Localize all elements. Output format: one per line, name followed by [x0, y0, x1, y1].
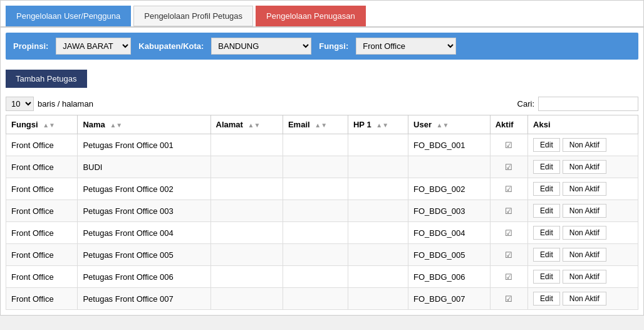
kabupaten-select[interactable]: BANDUNG	[211, 38, 311, 55]
nonaktif-button[interactable]: Non Aktif	[563, 204, 606, 218]
col-hp1[interactable]: HP 1 ▲▼	[348, 115, 408, 134]
cell-fungsi: Front Office	[6, 134, 78, 156]
per-page-select[interactable]: 10	[6, 97, 34, 111]
edit-button[interactable]: Edit	[533, 292, 560, 306]
cell-alamat	[210, 134, 283, 156]
add-petugas-button[interactable]: Tambah Petugas	[6, 70, 87, 88]
cell-user: FO_BDG_001	[408, 134, 491, 156]
edit-button[interactable]: Edit	[533, 138, 560, 152]
cell-email	[283, 156, 348, 178]
cell-fungsi: Front Office	[6, 266, 78, 288]
table-row: Front Office Petugas Front Office 002 FO…	[6, 178, 638, 200]
nonaktif-button[interactable]: Non Aktif	[563, 292, 606, 306]
edit-button[interactable]: Edit	[533, 182, 560, 196]
search-area: Cari:	[517, 97, 638, 111]
table-wrapper: Fungsi ▲▼ Nama ▲▼ Alamat ▲▼ Email ▲▼ HP …	[1, 115, 643, 315]
cell-aktif: ☑	[490, 134, 527, 156]
cell-fungsi: Front Office	[6, 222, 78, 244]
cell-nama: Petugas Front Office 007	[78, 288, 210, 310]
nonaktif-button[interactable]: Non Aktif	[563, 226, 606, 240]
col-fungsi[interactable]: Fungsi ▲▼	[6, 115, 78, 134]
col-user[interactable]: User ▲▼	[408, 115, 491, 134]
table-row: Front Office Petugas Front Office 007 FO…	[6, 288, 638, 310]
tab-penugasan[interactable]: Pengelolaan Penugasan	[256, 6, 366, 26]
data-table: Fungsi ▲▼ Nama ▲▼ Alamat ▲▼ Email ▲▼ HP …	[6, 115, 638, 310]
cell-email	[283, 222, 348, 244]
cell-hp1	[348, 288, 408, 310]
cell-email	[283, 244, 348, 266]
col-email[interactable]: Email ▲▼	[283, 115, 348, 134]
cell-hp1	[348, 200, 408, 222]
cell-hp1	[348, 266, 408, 288]
table-row: Front Office Petugas Front Office 006 FO…	[6, 266, 638, 288]
cell-hp1	[348, 222, 408, 244]
cell-hp1	[348, 244, 408, 266]
cell-user: FO_BDG_005	[408, 244, 491, 266]
cell-nama: Petugas Front Office 005	[78, 244, 210, 266]
cell-alamat	[210, 244, 283, 266]
cell-aksi: Edit Non Aktif	[528, 200, 638, 222]
search-label: Cari:	[517, 99, 534, 109]
propinsi-select[interactable]: JAWA BARAT	[56, 38, 131, 55]
tab-bar: Pengelolaan User/Pengguna Pengelolaan Pr…	[1, 1, 643, 28]
cell-aksi: Edit Non Aktif	[528, 134, 638, 156]
cell-user: FO_BDG_007	[408, 288, 491, 310]
cell-alamat	[210, 222, 283, 244]
search-input[interactable]	[538, 97, 638, 111]
nonaktif-button[interactable]: Non Aktif	[563, 138, 606, 152]
cell-aktif: ☑	[490, 288, 527, 310]
add-section: Tambah Petugas	[1, 65, 643, 93]
cell-user: FO_BDG_003	[408, 200, 491, 222]
table-row: Front Office BUDI ☑ Edit Non Aktif	[6, 156, 638, 178]
per-page-label: baris / halaman	[38, 99, 93, 109]
col-aktif: Aktif	[490, 115, 527, 134]
cell-alamat	[210, 156, 283, 178]
cell-user: FO_BDG_002	[408, 178, 491, 200]
cell-aktif: ☑	[490, 178, 527, 200]
cell-user: FO_BDG_004	[408, 222, 491, 244]
cell-nama: Petugas Front Office 004	[78, 222, 210, 244]
edit-button[interactable]: Edit	[533, 270, 560, 284]
cell-nama: Petugas Front Office 002	[78, 178, 210, 200]
edit-button[interactable]: Edit	[533, 226, 560, 240]
edit-button[interactable]: Edit	[533, 204, 560, 218]
cell-nama: Petugas Front Office 006	[78, 266, 210, 288]
kabupaten-label: Kabupaten/Kota:	[138, 41, 204, 51]
cell-alamat	[210, 178, 283, 200]
table-controls: 10 baris / halaman Cari:	[1, 93, 643, 115]
cell-nama: Petugas Front Office 001	[78, 134, 210, 156]
table-header-row: Fungsi ▲▼ Nama ▲▼ Alamat ▲▼ Email ▲▼ HP …	[6, 115, 638, 134]
nonaktif-button[interactable]: Non Aktif	[563, 160, 606, 174]
cell-email	[283, 178, 348, 200]
propinsi-label: Propinsi:	[13, 41, 48, 51]
col-aksi: Aksi	[528, 115, 638, 134]
col-nama[interactable]: Nama ▲▼	[78, 115, 210, 134]
table-row: Front Office Petugas Front Office 003 FO…	[6, 200, 638, 222]
fungsi-select[interactable]: Front Office	[356, 38, 456, 55]
nonaktif-button[interactable]: Non Aktif	[563, 248, 606, 262]
edit-button[interactable]: Edit	[533, 248, 560, 262]
tab-profil[interactable]: Pengelolaan Profil Petugas	[133, 6, 253, 26]
cell-aktif: ☑	[490, 200, 527, 222]
cell-fungsi: Front Office	[6, 178, 78, 200]
cell-hp1	[348, 134, 408, 156]
cell-email	[283, 134, 348, 156]
cell-nama: BUDI	[78, 156, 210, 178]
cell-hp1	[348, 178, 408, 200]
cell-email	[283, 288, 348, 310]
cell-hp1	[348, 156, 408, 178]
cell-aksi: Edit Non Aktif	[528, 266, 638, 288]
cell-alamat	[210, 288, 283, 310]
cell-aksi: Edit Non Aktif	[528, 244, 638, 266]
cell-fungsi: Front Office	[6, 244, 78, 266]
edit-button[interactable]: Edit	[533, 160, 560, 174]
table-row: Front Office Petugas Front Office 005 FO…	[6, 244, 638, 266]
col-alamat[interactable]: Alamat ▲▼	[210, 115, 283, 134]
nonaktif-button[interactable]: Non Aktif	[563, 182, 606, 196]
tab-user[interactable]: Pengelolaan User/Pengguna	[6, 6, 131, 26]
table-row: Front Office Petugas Front Office 004 FO…	[6, 222, 638, 244]
cell-aktif: ☑	[490, 244, 527, 266]
nonaktif-button[interactable]: Non Aktif	[563, 270, 606, 284]
cell-aksi: Edit Non Aktif	[528, 288, 638, 310]
cell-fungsi: Front Office	[6, 288, 78, 310]
